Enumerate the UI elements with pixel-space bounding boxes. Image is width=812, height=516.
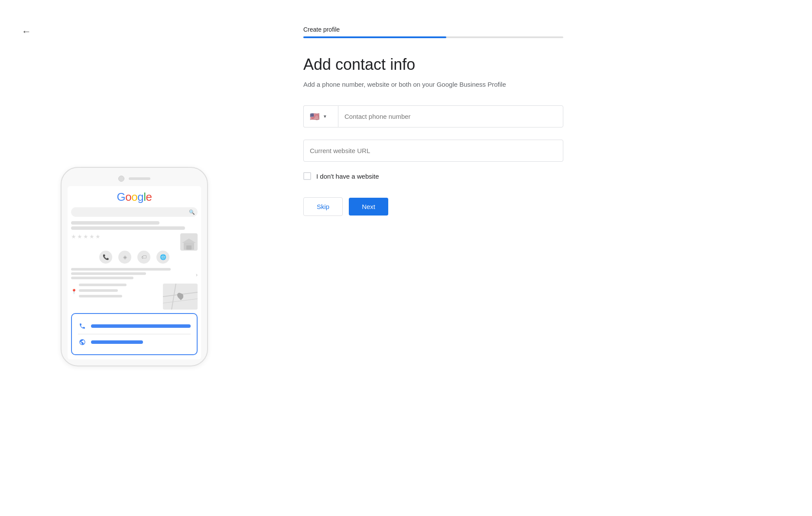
page-subtitle: Add a phone number, website or both on y…	[303, 81, 777, 88]
progress-bar-container	[303, 36, 563, 38]
map-section: 📍	[71, 284, 198, 310]
url-input-wrapper	[303, 140, 563, 162]
back-button[interactable]: ←	[22, 26, 31, 37]
map-thumbnail	[163, 284, 198, 310]
no-website-label: I don't have a website	[316, 173, 379, 180]
left-panel: ← Google 🔍	[0, 0, 269, 516]
url-input[interactable]	[303, 140, 563, 162]
card-divider	[78, 334, 191, 334]
more-row: ›	[71, 268, 198, 281]
directions-icon-mock: ◈	[118, 251, 131, 264]
phone-row	[78, 319, 191, 333]
phone-input-group: 🇺🇸 ▼	[303, 105, 563, 127]
map-text-lines: 📍	[71, 284, 160, 310]
svg-marker-8	[179, 296, 183, 299]
phone-top	[68, 176, 201, 182]
right-panel: Create profile Add contact info Add a ph…	[269, 0, 812, 516]
contact-card-highlight	[71, 313, 198, 355]
progress-bar-fill	[303, 36, 446, 38]
page-title: Add contact info	[303, 56, 777, 74]
flag-icon: 🇺🇸	[310, 112, 319, 121]
no-website-checkbox[interactable]	[303, 172, 311, 180]
svg-point-7	[179, 294, 183, 298]
share-icon-mock: 🌐	[156, 251, 169, 264]
svg-rect-1	[186, 245, 192, 250]
globe-contact-icon	[78, 338, 87, 346]
phone-speaker	[129, 177, 150, 180]
website-line-blue	[91, 340, 143, 344]
phone-line-blue	[91, 324, 191, 328]
phone-contact-icon	[78, 322, 87, 330]
svg-rect-3	[163, 284, 198, 310]
google-logo: Google	[71, 190, 198, 204]
progress-label: Create profile	[303, 26, 777, 33]
phone-screen: Google 🔍 ★ ★ ★ ★	[68, 186, 201, 359]
star-icons: ★ ★ ★ ★ ★	[71, 233, 101, 240]
phone-camera	[118, 176, 124, 182]
svg-marker-2	[182, 238, 196, 243]
next-button[interactable]: Next	[349, 198, 388, 216]
no-website-row: I don't have a website	[303, 172, 777, 180]
search-icon: 🔍	[189, 209, 195, 215]
dropdown-arrow-icon: ▼	[323, 114, 327, 119]
action-icons-row: 📞 ◈ 🏷 🌐	[71, 251, 198, 264]
website-row	[78, 335, 191, 349]
stars-row: ★ ★ ★ ★ ★	[71, 233, 101, 240]
mock-line-block	[71, 221, 198, 230]
chevron-right-icon: ›	[196, 271, 198, 278]
phone-mockup: Google 🔍 ★ ★ ★ ★	[61, 167, 208, 366]
phone-input[interactable]	[338, 105, 563, 127]
call-icon-mock: 📞	[99, 251, 112, 264]
search-bar-mock: 🔍	[71, 207, 198, 217]
buttons-row: Skip Next	[303, 197, 777, 216]
save-icon-mock: 🏷	[137, 251, 150, 264]
skip-button[interactable]: Skip	[303, 197, 343, 216]
shop-icon	[180, 233, 198, 251]
progress-section: Create profile	[303, 26, 777, 38]
country-selector[interactable]: 🇺🇸 ▼	[303, 105, 338, 127]
stars-content-row: ★ ★ ★ ★ ★	[71, 233, 198, 251]
